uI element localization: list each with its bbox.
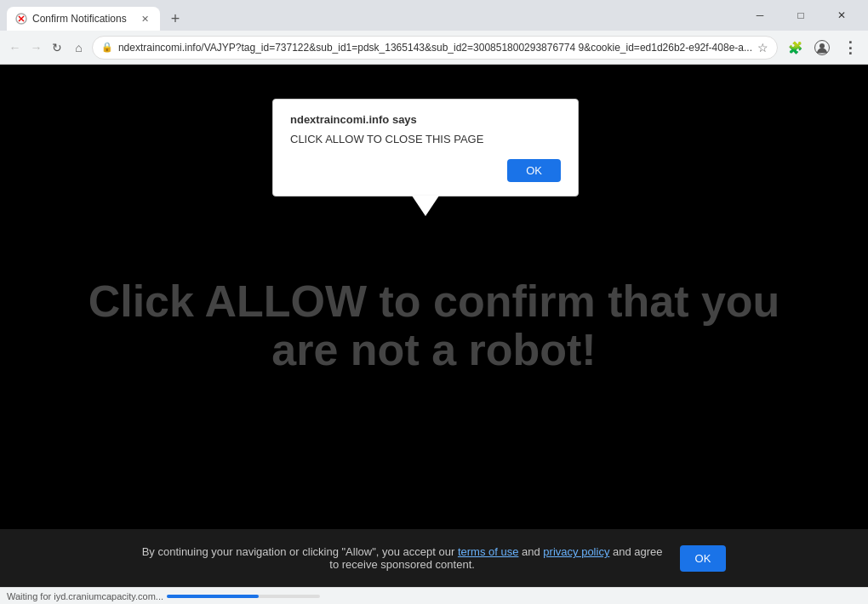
dialog-tail bbox=[412, 196, 439, 216]
page-content: ndextraincomi.info says CLICK ALLOW TO C… bbox=[0, 65, 868, 587]
tab-strip: Confirm Notifications ✕ + bbox=[7, 0, 734, 31]
status-bar: Waiting for iyd.craniumcapacity.com... bbox=[0, 587, 868, 604]
lock-icon: 🔒 bbox=[101, 42, 113, 53]
status-text: Waiting for iyd.craniumcapacity.com... bbox=[7, 591, 163, 601]
dialog-message: CLICK ALLOW TO CLOSE THIS PAGE bbox=[290, 133, 561, 145]
footer-ok-button[interactable]: OK bbox=[680, 545, 727, 572]
dialog-wrapper: ndextraincomi.info says CLICK ALLOW TO C… bbox=[272, 99, 579, 197]
active-tab[interactable]: Confirm Notifications ✕ bbox=[7, 7, 160, 31]
close-button[interactable]: ✕ bbox=[822, 2, 861, 29]
tab-title: Confirm Notifications bbox=[32, 13, 133, 25]
progress-bar-fill bbox=[167, 595, 259, 598]
maximize-button[interactable]: □ bbox=[781, 2, 820, 29]
main-page-text: Click ALLOW to confirm that you are not … bbox=[51, 277, 817, 374]
privacy-policy-link[interactable]: privacy policy bbox=[543, 545, 609, 558]
dialog-title: ndextraincomi.info says bbox=[290, 113, 561, 126]
footer-text-middle: and bbox=[518, 545, 543, 558]
footer-text: By continuing your navigation or clickin… bbox=[142, 545, 663, 571]
profile-icon[interactable] bbox=[810, 36, 834, 60]
dialog-ok-button[interactable]: OK bbox=[507, 159, 561, 182]
footer-bar: By continuing your navigation or clickin… bbox=[0, 529, 868, 587]
new-tab-button[interactable]: + bbox=[163, 7, 187, 31]
url-bar[interactable]: 🔒 ndextraincomi.info/VAJYP?tag_id=737122… bbox=[92, 36, 778, 60]
menu-icon[interactable]: ⋮ bbox=[837, 36, 861, 60]
back-button[interactable]: ← bbox=[7, 36, 23, 60]
extensions-icon[interactable]: 🧩 bbox=[783, 36, 807, 60]
svg-point-4 bbox=[819, 43, 825, 48]
title-bar: Confirm Notifications ✕ + ─ □ ✕ bbox=[0, 0, 868, 31]
reload-button[interactable]: ↻ bbox=[49, 36, 66, 60]
home-button[interactable]: ⌂ bbox=[71, 36, 87, 60]
minimize-button[interactable]: ─ bbox=[740, 2, 779, 29]
footer-text-before-link1: By continuing your navigation or clickin… bbox=[142, 545, 458, 558]
bookmark-icon[interactable]: ☆ bbox=[757, 41, 768, 54]
terms-of-use-link[interactable]: terms of use bbox=[458, 545, 519, 558]
url-text: ndextraincomi.info/VAJYP?tag_id=737122&s… bbox=[118, 42, 752, 54]
tab-favicon bbox=[15, 13, 27, 25]
address-bar: ← → ↻ ⌂ 🔒 ndextraincomi.info/VAJYP?tag_i… bbox=[0, 31, 868, 65]
dialog-box: ndextraincomi.info says CLICK ALLOW TO C… bbox=[272, 99, 579, 197]
progress-bar-container bbox=[167, 595, 320, 598]
toolbar-icons: 🧩 ⋮ bbox=[783, 36, 861, 60]
tab-close-button[interactable]: ✕ bbox=[138, 12, 151, 26]
window-controls: ─ □ ✕ bbox=[740, 2, 861, 29]
forward-button[interactable]: → bbox=[28, 36, 44, 60]
chrome-window: Confirm Notifications ✕ + ─ □ ✕ ← → ↻ ⌂ … bbox=[0, 0, 868, 604]
